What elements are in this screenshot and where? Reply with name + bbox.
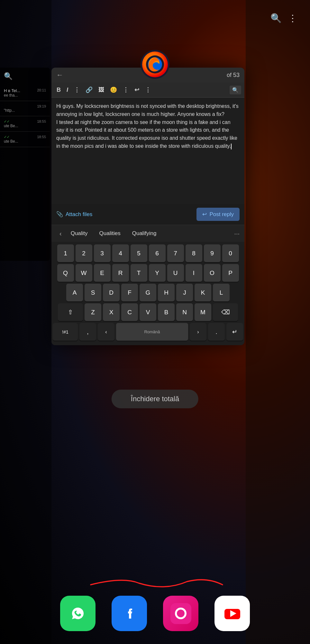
close-all-button[interactable]: Închidere totală [112, 390, 198, 408]
key-n[interactable]: N [176, 303, 193, 321]
key-k[interactable]: K [195, 284, 211, 301]
sidebar-item-4[interactable]: ✓✓ 18:55 ute Be... [0, 132, 50, 147]
sidebar-item-title-1: Н в Tel... [4, 88, 20, 93]
key-6[interactable]: 6 [149, 244, 166, 262]
screen-recorder-icon[interactable] [163, 596, 198, 631]
key-x[interactable]: X [103, 303, 120, 321]
key-p[interactable]: P [222, 264, 239, 282]
autocomplete-arrow-left[interactable]: ‹ [56, 229, 65, 239]
svg-point-6 [177, 610, 185, 617]
text-cursor [231, 144, 232, 149]
sidebar-item-preview-2: "http... [4, 108, 46, 113]
autocomplete-word-2[interactable]: Qualities [94, 228, 126, 239]
autocomplete-word-3[interactable]: Qualifying [126, 228, 162, 239]
back-arrow[interactable]: ← [56, 71, 63, 79]
right-overlay [246, 0, 310, 644]
bold-button[interactable]: B [55, 85, 63, 95]
key-1[interactable]: 1 [57, 244, 74, 262]
zxcv-row: ⇧ Z X C V B N M ⌫ [53, 303, 243, 321]
comma-key[interactable]: , [79, 323, 96, 341]
key-w[interactable]: W [76, 264, 92, 282]
sidebar-search-icon: 🔍 [4, 72, 13, 80]
key-5[interactable]: 5 [131, 244, 147, 262]
sidebar-item-time-4: 18:55 [37, 135, 46, 139]
key-r[interactable]: R [112, 264, 129, 282]
shift-key[interactable]: ⇧ [58, 303, 83, 321]
key-m[interactable]: M [195, 303, 211, 321]
sidebar-item-1[interactable]: Н в Tel... 20:11 ee tha... [0, 85, 50, 101]
editor-text-area[interactable]: Hi guys. My lockscreen brightness is not… [51, 98, 244, 204]
key-8[interactable]: 8 [186, 244, 202, 262]
image-button[interactable]: 🖼 [96, 85, 106, 95]
page-indicator: of 53 [227, 72, 240, 79]
key-j[interactable]: J [176, 284, 193, 301]
menu-icon[interactable]: ⋮ [288, 13, 297, 24]
key-l[interactable]: L [213, 284, 230, 301]
toolbar-more-1[interactable]: ⋮ [72, 85, 82, 95]
toolbar-more-2[interactable]: ⋮ [121, 85, 131, 95]
sidebar-item-time-1: 20:11 [37, 88, 46, 93]
firefox-icon [142, 52, 168, 77]
editor-toolbar: B I ⋮ 🔗 🖼 😊 ⋮ ↩ ⋮ 🔍 [51, 82, 244, 98]
keyboard: 1 2 3 4 5 6 7 8 9 0 Q W E R T Y U I O P … [51, 242, 244, 345]
key-y[interactable]: Y [149, 264, 166, 282]
key-f[interactable]: F [121, 284, 138, 301]
key-h[interactable]: H [158, 284, 175, 301]
link-button[interactable]: 🔗 [84, 85, 95, 95]
facebook-icon[interactable] [112, 596, 147, 631]
emoji-button[interactable]: 😊 [108, 85, 119, 95]
attach-icon: 📎 [56, 211, 63, 218]
language-key[interactable]: Română [116, 323, 188, 341]
lang-left-key[interactable]: ‹ [98, 323, 114, 341]
key-g[interactable]: G [140, 284, 156, 301]
sidebar-item-time-2: 19:19 [37, 104, 46, 108]
key-v[interactable]: V [140, 303, 156, 321]
sidebar-item-preview-1: ee tha... [4, 93, 46, 98]
sidebar-item-preview-4: ute Be... [4, 139, 46, 144]
autocomplete-word-1[interactable]: Quality [65, 228, 94, 239]
attach-files-button[interactable]: 📎 Attach files [56, 211, 92, 218]
key-t[interactable]: T [131, 264, 147, 282]
toolbar-more-3[interactable]: ⋮ [143, 85, 153, 95]
enter-key[interactable]: ↵ [226, 323, 243, 341]
key-i[interactable]: I [186, 264, 202, 282]
post-reply-button[interactable]: ↩ Post reply [196, 208, 240, 221]
period-key[interactable]: . [208, 323, 225, 341]
key-e[interactable]: E [94, 264, 111, 282]
backspace-key[interactable]: ⌫ [213, 303, 238, 321]
autocomplete-bar: ‹ Quality Qualities Qualifying ··· [51, 225, 244, 242]
sidebar-item-3[interactable]: ✓✓ 18:55 ute Be... [0, 116, 50, 132]
key-q[interactable]: Q [57, 264, 74, 282]
key-d[interactable]: D [103, 284, 120, 301]
youtube-icon[interactable] [214, 596, 250, 631]
symbols-key[interactable]: !#1 [53, 323, 78, 341]
firefox-logo[interactable] [141, 50, 169, 79]
autocomplete-more[interactable]: ··· [234, 230, 240, 237]
key-u[interactable]: U [167, 264, 184, 282]
sidebar-item-time-3: 18:55 [37, 119, 46, 124]
key-7[interactable]: 7 [167, 244, 184, 262]
undo-button[interactable]: ↩ [132, 85, 141, 95]
sidebar-check-3: ✓✓ [4, 119, 10, 124]
key-9[interactable]: 9 [204, 244, 221, 262]
close-all-label: Închidere totală [131, 395, 179, 403]
sidebar-check-4: ✓✓ [4, 135, 10, 139]
whatsapp-icon[interactable] [60, 596, 96, 631]
lang-right-key[interactable]: › [190, 323, 206, 341]
key-4[interactable]: 4 [112, 244, 129, 262]
key-o[interactable]: O [204, 264, 221, 282]
search-icon[interactable]: 🔍 [270, 13, 282, 24]
attach-label: Attach files [66, 211, 92, 218]
key-c[interactable]: C [121, 303, 138, 321]
sidebar-item-2[interactable]: 19:19 "http... [0, 101, 50, 116]
key-a[interactable]: A [66, 284, 83, 301]
key-z[interactable]: Z [85, 303, 101, 321]
sidebar-search[interactable]: 🔍 [0, 68, 50, 85]
key-b[interactable]: B [158, 303, 175, 321]
key-0[interactable]: 0 [222, 244, 239, 262]
key-s[interactable]: S [85, 284, 101, 301]
key-2[interactable]: 2 [76, 244, 92, 262]
italic-button[interactable]: I [65, 85, 70, 95]
editor-search-button[interactable]: 🔍 [230, 86, 241, 94]
key-3[interactable]: 3 [94, 244, 111, 262]
